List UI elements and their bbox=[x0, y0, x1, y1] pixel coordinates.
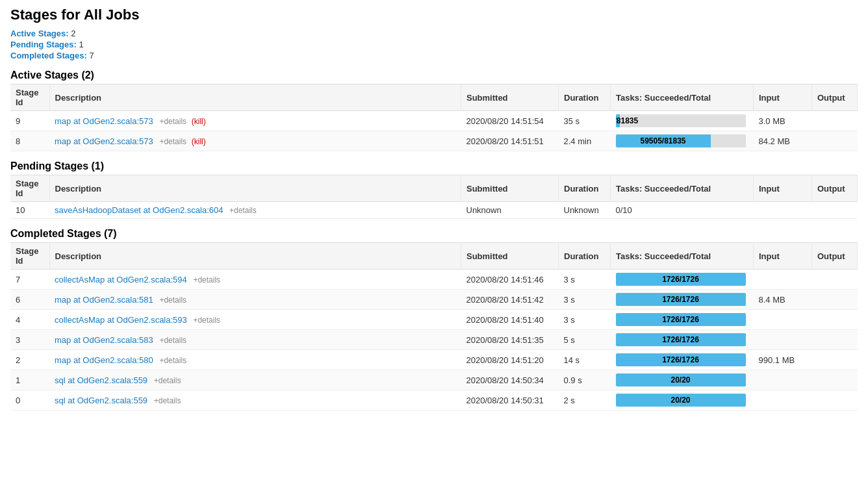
description-link[interactable]: map at OdGen2.scala:581 bbox=[55, 295, 153, 305]
description-cell: map at OdGen2.scala:581 +details bbox=[49, 290, 461, 310]
description-cell: map at OdGen2.scala:580 +details bbox=[49, 350, 461, 370]
input-cell bbox=[754, 370, 812, 390]
input-cell bbox=[754, 330, 812, 350]
submitted-cell: 2020/08/20 14:51:42 bbox=[461, 290, 559, 310]
submitted-cell: 2020/08/20 14:50:34 bbox=[461, 370, 559, 390]
stage-id-cell: 2 bbox=[10, 350, 49, 370]
col-header-stageid-active: Stage Id bbox=[10, 84, 49, 111]
col-header-tasks-active: Tasks: Succeeded/Total bbox=[611, 84, 754, 111]
progress-bar-fill: 20/20 bbox=[616, 394, 746, 407]
stage-id-cell: 6 bbox=[10, 290, 49, 310]
kill-link[interactable]: (kill) bbox=[192, 117, 206, 126]
duration-cell: 3 s bbox=[559, 270, 611, 290]
description-link[interactable]: sql at OdGen2.scala:559 bbox=[55, 396, 147, 405]
page-title: Stages for All Jobs bbox=[10, 6, 858, 23]
duration-cell: Unknown bbox=[559, 202, 611, 219]
tasks-cell: 20/20 bbox=[611, 370, 754, 390]
progress-bar: 1726/1726 bbox=[616, 273, 746, 286]
table-row: 6 map at OdGen2.scala:581 +details 2020/… bbox=[10, 290, 858, 310]
active-stages-tbody: 9 map at OdGen2.scala:573 +details (kill… bbox=[10, 111, 858, 151]
progress-bar: 20/20 bbox=[616, 373, 746, 386]
table-row: 1 sql at OdGen2.scala:559 +details 2020/… bbox=[10, 370, 858, 390]
tasks-cell: 1726/1726 bbox=[611, 270, 754, 290]
col-header-desc-pending: Description bbox=[49, 175, 461, 202]
col-header-submitted-active: Submitted bbox=[461, 84, 559, 111]
details-link[interactable]: +details bbox=[159, 137, 186, 146]
duration-cell: 35 s bbox=[559, 111, 611, 131]
output-cell bbox=[812, 390, 858, 411]
input-cell: 990.1 MB bbox=[754, 350, 812, 370]
table-row: 3 map at OdGen2.scala:583 +details 2020/… bbox=[10, 330, 858, 350]
progress-label: 1726/1726 bbox=[662, 295, 699, 304]
stage-id-cell: 10 bbox=[10, 202, 49, 219]
progress-bar: 1726/1726 bbox=[616, 293, 746, 306]
completed-stages-count: 7 bbox=[89, 51, 94, 60]
description-link[interactable]: saveAsHadoopDataset at OdGen2.scala:604 bbox=[55, 205, 223, 215]
progress-label: 1726/1726 bbox=[662, 275, 699, 284]
col-header-tasks-pending: Tasks: Succeeded/Total bbox=[611, 175, 754, 202]
progress-label: 2354/81835 bbox=[616, 116, 639, 125]
active-stages-label[interactable]: Active Stages: bbox=[10, 29, 69, 38]
table-row: 8 map at OdGen2.scala:573 +details (kill… bbox=[10, 131, 858, 151]
details-link[interactable]: +details bbox=[229, 206, 257, 215]
active-stages-table: Stage Id Description Submitted Duration … bbox=[10, 84, 858, 151]
description-cell: sql at OdGen2.scala:559 +details bbox=[49, 390, 461, 411]
active-stages-count: 2 bbox=[71, 29, 75, 38]
stage-id-cell: 4 bbox=[10, 310, 49, 330]
description-link[interactable]: map at OdGen2.scala:583 bbox=[55, 335, 153, 345]
description-link[interactable]: map at OdGen2.scala:573 bbox=[55, 116, 153, 126]
kill-link[interactable]: (kill) bbox=[192, 137, 206, 146]
tasks-cell: 1726/1726 bbox=[611, 290, 754, 310]
col-header-output-pending: Output bbox=[812, 175, 858, 202]
completed-stages-table: Stage Id Description Submitted Duration … bbox=[10, 242, 858, 411]
pending-stages-label[interactable]: Pending Stages: bbox=[10, 40, 77, 49]
duration-cell: 2.4 min bbox=[559, 131, 611, 151]
duration-cell: 0.9 s bbox=[559, 370, 611, 390]
input-cell: 8.4 MB bbox=[754, 290, 812, 310]
tasks-cell: 1726/1726 bbox=[611, 350, 754, 370]
progress-label: 20/20 bbox=[670, 396, 690, 405]
submitted-cell: 2020/08/20 14:51:46 bbox=[461, 270, 559, 290]
details-link[interactable]: +details bbox=[193, 316, 220, 325]
table-row: 9 map at OdGen2.scala:573 +details (kill… bbox=[10, 111, 858, 131]
details-link[interactable]: +details bbox=[154, 396, 181, 405]
details-link[interactable]: +details bbox=[159, 336, 186, 345]
details-link[interactable]: +details bbox=[193, 275, 220, 284]
progress-bar-fill: 1726/1726 bbox=[616, 333, 746, 346]
tasks-cell: 1726/1726 bbox=[611, 310, 754, 330]
details-link[interactable]: +details bbox=[159, 296, 186, 305]
stage-id-cell: 3 bbox=[10, 330, 49, 350]
col-header-output-active: Output bbox=[812, 84, 858, 111]
description-link[interactable]: collectAsMap at OdGen2.scala:593 bbox=[55, 315, 187, 325]
progress-bar-fill: 2354/81835 bbox=[616, 114, 620, 127]
col-header-input-completed: Input bbox=[754, 243, 812, 270]
submitted-cell: 2020/08/20 14:51:54 bbox=[461, 111, 559, 131]
table-row: 4 collectAsMap at OdGen2.scala:593 +deta… bbox=[10, 310, 858, 330]
description-link[interactable]: collectAsMap at OdGen2.scala:594 bbox=[55, 275, 187, 284]
description-link[interactable]: map at OdGen2.scala:573 bbox=[55, 136, 153, 146]
progress-label: 20/20 bbox=[670, 375, 690, 385]
output-cell bbox=[812, 202, 858, 219]
active-stages-summary: Active Stages: 2 bbox=[10, 29, 858, 38]
col-header-desc-completed: Description bbox=[49, 243, 461, 270]
col-header-input-active: Input bbox=[754, 84, 812, 111]
col-header-output-completed: Output bbox=[812, 243, 858, 270]
col-header-input-pending: Input bbox=[754, 175, 812, 202]
table-row: 10 saveAsHadoopDataset at OdGen2.scala:6… bbox=[10, 202, 858, 219]
pending-stages-count: 1 bbox=[79, 40, 83, 49]
description-link[interactable]: sql at OdGen2.scala:559 bbox=[55, 375, 147, 385]
progress-bar-fill: 1726/1726 bbox=[616, 313, 746, 326]
details-link[interactable]: +details bbox=[159, 356, 186, 365]
completed-stages-heading: Completed Stages (7) bbox=[10, 228, 858, 240]
input-cell: 84.2 MB bbox=[754, 131, 812, 151]
details-link[interactable]: +details bbox=[154, 376, 181, 385]
details-link[interactable]: +details bbox=[159, 117, 186, 126]
pending-stages-thead: Stage Id Description Submitted Duration … bbox=[10, 175, 858, 202]
progress-bar-fill: 1726/1726 bbox=[616, 293, 746, 306]
description-cell: collectAsMap at OdGen2.scala:593 +detail… bbox=[49, 310, 461, 330]
pending-stages-table: Stage Id Description Submitted Duration … bbox=[10, 175, 858, 219]
progress-bar: 20/20 bbox=[616, 394, 746, 407]
description-link[interactable]: map at OdGen2.scala:580 bbox=[55, 355, 153, 365]
duration-cell: 3 s bbox=[559, 290, 611, 310]
completed-stages-label[interactable]: Completed Stages: bbox=[10, 51, 87, 60]
